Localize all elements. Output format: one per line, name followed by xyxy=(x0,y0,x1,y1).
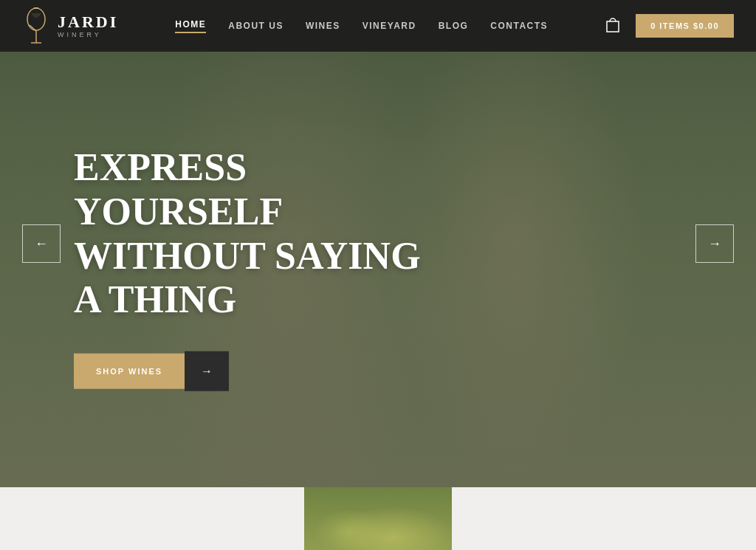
cta-arrow-icon: → xyxy=(201,365,213,378)
logo-sub: WINERY xyxy=(58,32,118,38)
main-nav: HOME ABOUT US WINES VINEYARD BLOG CONTAC… xyxy=(175,19,548,33)
header-right: 0 ITEMS $0.00 xyxy=(605,14,734,38)
logo-name: JARDI xyxy=(58,14,118,30)
main-header: JARDI WINERY HOME ABOUT US WINES VINEYAR… xyxy=(0,0,756,52)
hero-section: ← → EXPRESS YOURSELF WITHOUT SAYING A TH… xyxy=(0,0,756,487)
nav-item-wines[interactable]: WINES xyxy=(306,21,340,31)
nav-item-contacts[interactable]: CONTACTS xyxy=(490,21,548,31)
arrow-right-icon: → xyxy=(708,236,721,252)
hero-content: EXPRESS YOURSELF WITHOUT SAYING A THING … xyxy=(74,145,458,391)
cart-icon[interactable] xyxy=(605,16,621,37)
bottom-preview xyxy=(304,487,452,550)
hero-next-button[interactable]: → xyxy=(695,224,734,263)
svg-rect-5 xyxy=(607,21,619,32)
cart-button[interactable]: 0 ITEMS $0.00 xyxy=(636,14,734,38)
hero-title: EXPRESS YOURSELF WITHOUT SAYING A THING xyxy=(74,145,458,322)
nav-list: HOME ABOUT US WINES VINEYARD BLOG CONTAC… xyxy=(175,19,548,33)
logo[interactable]: JARDI WINERY xyxy=(22,7,118,44)
hero-cta: SHOP WINES → xyxy=(74,351,458,391)
shop-wines-button[interactable]: SHOP WINES xyxy=(74,354,185,389)
nav-item-blog[interactable]: BLOG xyxy=(439,21,469,31)
arrow-left-icon: ← xyxy=(35,236,48,252)
bottom-section xyxy=(0,487,756,550)
nav-item-about[interactable]: ABOUT US xyxy=(228,21,284,31)
bottom-preview-image xyxy=(304,487,452,550)
nav-item-vineyard[interactable]: VINEYARD xyxy=(362,21,416,31)
svg-point-1 xyxy=(27,8,45,30)
logo-text: JARDI WINERY xyxy=(58,14,118,38)
logo-icon xyxy=(22,7,50,44)
shop-wines-arrow-button[interactable]: → xyxy=(185,351,229,391)
hero-prev-button[interactable]: ← xyxy=(22,224,61,263)
nav-item-home[interactable]: HOME xyxy=(175,19,206,33)
